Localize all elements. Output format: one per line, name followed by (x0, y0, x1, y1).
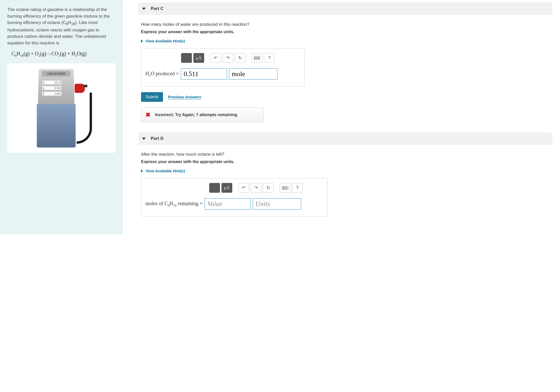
part-d-answer-label: moles of C8H18 remaining = (145, 201, 203, 207)
part-c-toolbar: μÅ ↶ ↷ ↻ ? (181, 53, 300, 63)
template-button[interactable] (181, 53, 192, 63)
caret-down-icon (142, 8, 146, 10)
part-c-submit-button[interactable]: Submit (141, 92, 163, 102)
incorrect-icon: ✖ (145, 111, 150, 118)
part-d-question: After the reaction, how much octane is l… (141, 152, 550, 157)
keyboard-icon (254, 56, 260, 60)
part-c-header[interactable]: Part C (138, 3, 552, 15)
help-button[interactable]: ? (292, 183, 303, 193)
part-d-instruction: Express your answer with the appropriate… (141, 160, 550, 164)
undo-button[interactable]: ↶ (210, 53, 221, 63)
pump-row-3: $2.841 (42, 91, 62, 96)
help-button[interactable]: ? (264, 53, 275, 63)
reaction-equation: C8H18(g) + O2(g)→CO2(g) + H2O(g) (11, 51, 115, 58)
part-d-title: Part D (151, 136, 164, 141)
intro-text: The octane rating of gasoline is a relat… (7, 6, 115, 46)
caret-right-icon (141, 40, 143, 43)
redo-button[interactable]: ↷ (223, 53, 233, 63)
part-d-hints-toggle[interactable]: View Available Hint(s) (141, 169, 550, 173)
keyboard-button[interactable] (280, 183, 290, 193)
caret-down-icon (142, 138, 146, 140)
part-d-units-input[interactable] (253, 198, 301, 210)
undo-button[interactable]: ↶ (238, 183, 249, 193)
symbols-button[interactable]: μÅ (193, 53, 204, 63)
part-c-units-input[interactable] (229, 68, 277, 80)
part-c-title: Part C (151, 6, 164, 11)
pump-label: UNLEADED (42, 71, 71, 77)
part-d-answer-box: μÅ ↶ ↷ ↻ ? moles of C8H18 remaining = (141, 178, 328, 216)
problem-context-panel: The octane rating of gasoline is a relat… (0, 0, 123, 234)
part-c-answer-label: H2O produced = (145, 71, 179, 78)
reset-button[interactable]: ↻ (235, 53, 246, 63)
template-button[interactable] (209, 183, 220, 193)
symbols-button[interactable]: μÅ (221, 183, 232, 193)
answer-panel: Part C How many moles of water are produ… (123, 0, 560, 234)
part-d-toolbar: μÅ ↶ ↷ ↻ ? (209, 183, 323, 193)
part-c-previous-answers-link[interactable]: Previous Answers (168, 95, 201, 99)
part-c-value-input[interactable] (181, 68, 227, 80)
part-d-value-input[interactable] (205, 198, 251, 210)
part-c-instruction: Express your answer with the appropriate… (141, 30, 550, 34)
pump-row-2: g9.234 (42, 86, 62, 90)
pump-image: UNLEADED $26.23 g9.234 $2.841 (7, 63, 115, 153)
pump-row-1: $26.23 (42, 80, 62, 85)
pump-nozzle-icon (75, 84, 85, 93)
pump-hose-icon (77, 93, 92, 144)
keyboard-icon (282, 186, 288, 190)
part-c-answer-box: μÅ ↶ ↷ ↻ ? H2O produced = (141, 48, 305, 87)
part-c-feedback: ✖ Incorrect; Try Again; 7 attempts remai… (141, 107, 264, 122)
redo-button[interactable]: ↷ (251, 183, 261, 193)
caret-right-icon (141, 169, 143, 173)
part-c-body: How many moles of water are produced in … (138, 22, 552, 132)
part-d-body: After the reaction, how much octane is l… (138, 152, 552, 227)
reset-button[interactable]: ↻ (263, 183, 274, 193)
keyboard-button[interactable] (252, 53, 262, 63)
part-c-hints-toggle[interactable]: View Available Hint(s) (141, 39, 550, 43)
part-c-question: How many moles of water are produced in … (141, 22, 550, 27)
part-d-header[interactable]: Part D (138, 132, 552, 145)
part-c-feedback-text: Incorrect; Try Again; 7 attempts remaini… (155, 113, 237, 117)
